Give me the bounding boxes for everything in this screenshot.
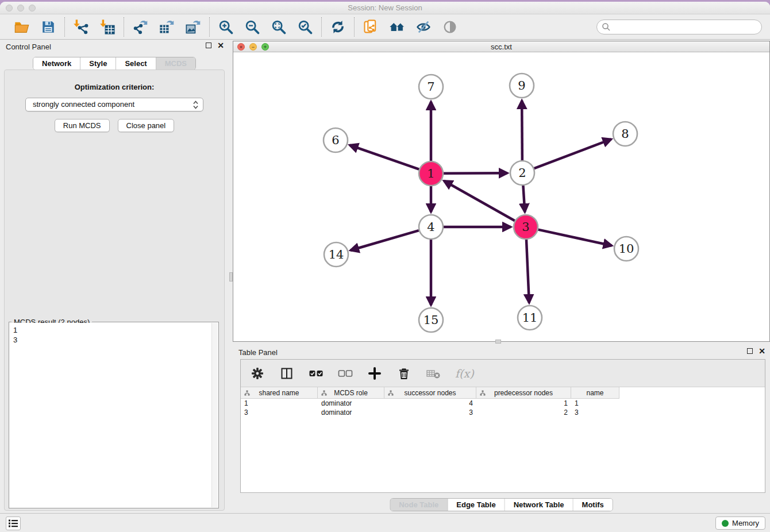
tab-select[interactable]: Select (116, 57, 156, 70)
refresh-icon[interactable] (329, 18, 346, 36)
delete-table-icon[interactable] (426, 366, 441, 381)
splitter-grip-vertical[interactable] (229, 272, 233, 282)
task-history-button[interactable] (6, 516, 21, 530)
memory-label: Memory (732, 519, 759, 527)
splitter-grip-horizontal[interactable] (495, 340, 501, 344)
export-table-icon[interactable] (158, 18, 175, 36)
run-mcds-button[interactable]: Run MCDS (55, 119, 110, 132)
import-table-icon[interactable] (99, 18, 116, 36)
clone-network-icon[interactable] (362, 18, 379, 36)
tab-node-table[interactable]: Node Table (390, 499, 448, 511)
node-3[interactable]: 3 (514, 215, 538, 239)
add-column-icon[interactable] (367, 366, 382, 381)
close-table-panel-icon[interactable]: ✕ (759, 348, 765, 354)
node-label: 11 (522, 311, 538, 325)
zoom-in-icon[interactable] (217, 18, 234, 36)
criterion-select[interactable]: strongly connected component (25, 98, 203, 111)
node-10[interactable]: 10 (614, 237, 638, 261)
zoom-out-icon[interactable] (244, 18, 261, 36)
node-7[interactable]: 7 (419, 75, 443, 99)
zoom-selected-icon[interactable] (297, 18, 314, 36)
node-4[interactable]: 4 (419, 215, 443, 239)
tab-style[interactable]: Style (80, 57, 116, 70)
tab-network-table[interactable]: Network Table (505, 499, 573, 511)
node-label: 14 (329, 248, 344, 261)
column-header-shared-name[interactable]: shared name (241, 387, 318, 399)
network-view-titlebar[interactable]: × − + scc.txt (233, 41, 769, 52)
table-cell[interactable]: 1 (241, 399, 318, 408)
graph-svg: 7968124314101511 (233, 53, 769, 342)
close-panel-button[interactable]: Close panel (118, 119, 175, 132)
table-cell[interactable]: 3 (571, 408, 619, 417)
node-9[interactable]: 9 (510, 74, 534, 98)
tab-network[interactable]: Network (33, 57, 80, 70)
node-2[interactable]: 2 (510, 161, 534, 185)
column-header-MCDS-role[interactable]: MCDS role (318, 387, 384, 399)
save-session-icon[interactable] (40, 18, 57, 36)
import-network-icon[interactable] (72, 18, 90, 36)
function-builder-icon[interactable]: f(x) (455, 367, 474, 380)
node-table-container: f(x) shared nameMCDS rolesuccessor nodes… (240, 359, 765, 493)
tab-motifs[interactable]: Motifs (573, 499, 613, 511)
column-header-name[interactable]: name (571, 387, 619, 399)
float-table-panel-icon[interactable] (747, 348, 753, 354)
mcds-result-box: MCDS result (2 nodes) 13 (9, 322, 219, 508)
node-14[interactable]: 14 (324, 242, 348, 267)
edge-2-9[interactable] (522, 101, 522, 160)
node-1[interactable]: 1 (419, 161, 443, 186)
open-session-icon[interactable] (13, 18, 30, 36)
select-all-checkboxes-icon[interactable] (309, 366, 324, 381)
node-6[interactable]: 6 (324, 128, 348, 152)
table-cell[interactable]: 2 (476, 408, 571, 417)
deselect-all-checkboxes-icon[interactable] (338, 366, 353, 381)
node-8[interactable]: 8 (613, 122, 637, 146)
main-toolbar (0, 14, 770, 40)
tab-edge-table[interactable]: Edge Table (448, 499, 505, 511)
node-label: 15 (424, 313, 439, 327)
export-image-icon[interactable] (184, 18, 202, 36)
settings-gear-icon[interactable] (250, 366, 265, 381)
window-titlebar: Session: New Session (0, 2, 770, 14)
mcds-result-list[interactable]: 13 (10, 323, 211, 507)
table-toolbar: f(x) (241, 360, 765, 387)
table-cell[interactable]: 1 (476, 399, 571, 408)
columns-icon[interactable] (279, 366, 294, 381)
edge-2-3[interactable] (523, 186, 525, 212)
export-network-icon[interactable] (132, 18, 149, 36)
edge-3-11[interactable] (526, 240, 529, 303)
node-15[interactable]: 15 (419, 308, 443, 332)
edge-3-10[interactable] (538, 230, 611, 246)
table-cell[interactable]: dominator (318, 399, 384, 408)
memory-button[interactable]: Memory (715, 516, 765, 530)
table-header-row: shared nameMCDS rolesuccessor nodesprede… (241, 387, 765, 399)
node-11[interactable]: 11 (518, 306, 542, 330)
search-input[interactable] (596, 20, 762, 34)
criterion-value: strongly connected component (33, 100, 134, 109)
network-canvas[interactable]: 7968124314101511 (233, 53, 769, 341)
first-neighbors-icon[interactable] (388, 18, 406, 36)
close-panel-icon[interactable]: ✕ (217, 43, 224, 48)
column-header-predecessor-nodes[interactable]: predecessor nodes (476, 387, 571, 399)
table-cell[interactable]: 3 (241, 408, 318, 417)
delete-column-icon[interactable] (396, 366, 411, 381)
table-cell[interactable]: 1 (571, 399, 619, 408)
edge-4-14[interactable] (351, 230, 419, 250)
table-cell[interactable]: dominator (318, 408, 384, 417)
node-table: shared nameMCDS rolesuccessor nodesprede… (241, 387, 765, 492)
tab-mcds[interactable]: MCDS (156, 57, 195, 70)
edge-1-6[interactable] (350, 145, 419, 169)
show-all-icon[interactable] (441, 18, 459, 36)
table-cell[interactable]: 4 (384, 399, 476, 408)
table-cell[interactable]: 3 (384, 408, 476, 417)
result-scrollbar[interactable] (211, 323, 218, 507)
zoom-fit-icon[interactable] (270, 18, 287, 36)
float-panel-icon[interactable] (206, 43, 211, 48)
window-title: Session: New Session (0, 3, 770, 12)
table-row[interactable]: 1dominator411 (241, 399, 765, 408)
edge-1-2[interactable] (444, 173, 507, 174)
edge-2-8[interactable] (534, 139, 611, 168)
column-header-successor-nodes[interactable]: successor nodes (384, 387, 476, 399)
hide-selected-icon[interactable] (415, 18, 432, 36)
table-row[interactable]: 3dominator323 (241, 408, 765, 417)
edge-3-1[interactable] (444, 181, 515, 221)
